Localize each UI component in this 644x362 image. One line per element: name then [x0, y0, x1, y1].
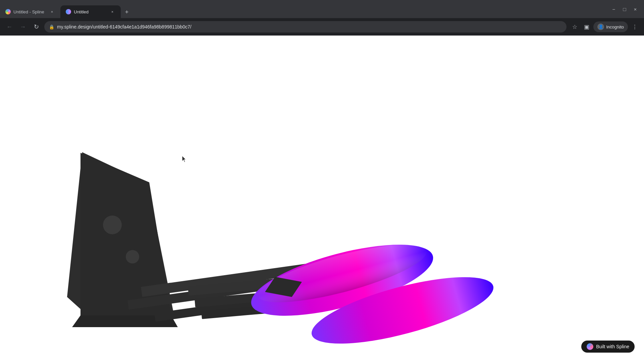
tab-2-title: Untitled — [74, 9, 107, 14]
window-controls: − □ × — [609, 0, 644, 18]
tab-2-close[interactable]: × — [109, 9, 115, 15]
spline-badge-icon — [587, 343, 593, 350]
scene-container — [0, 36, 644, 362]
tab-1-favicon — [5, 9, 11, 14]
tab-2-favicon — [66, 9, 71, 14]
back-button[interactable]: ← — [4, 21, 15, 32]
sidebar-button[interactable]: ▣ — [581, 21, 592, 32]
address-bar[interactable]: 🔒 my.spline.design/untitled-6149cfa4e1a1… — [44, 21, 567, 33]
spline-badge-label: Built with Spline — [596, 344, 629, 349]
toolbar-right: ☆ ▣ 👤 Incognito ⋮ — [569, 21, 640, 32]
maximize-button[interactable]: □ — [620, 4, 629, 14]
svg-point-4 — [103, 216, 122, 234]
tab-bar: Untitled - Spline × Untitled × + − □ × — [0, 0, 644, 18]
lock-icon: 🔒 — [49, 24, 54, 29]
tab-1-close[interactable]: × — [49, 9, 55, 15]
address-text: my.spline.design/untitled-6149cfa4e1a1d9… — [57, 24, 562, 29]
toolbar: ← → ↻ 🔒 my.spline.design/untitled-6149cf… — [0, 18, 644, 36]
refresh-button[interactable]: ↻ — [31, 21, 42, 32]
spline-badge[interactable]: Built with Spline — [581, 341, 635, 353]
incognito-label: Incognito — [606, 24, 624, 29]
incognito-icon: 👤 — [597, 23, 604, 30]
browser-frame: Untitled - Spline × Untitled × + − □ × ←… — [0, 0, 644, 362]
page-content: Built with Spline — [0, 36, 644, 362]
forward-button[interactable]: → — [17, 21, 28, 32]
add-tab-button[interactable]: + — [122, 7, 131, 17]
svg-point-5 — [126, 250, 139, 263]
tab-2[interactable]: Untitled × — [60, 5, 121, 18]
tab-1[interactable]: Untitled - Spline × — [0, 5, 60, 18]
more-button[interactable]: ⋮ — [629, 21, 640, 32]
incognito-button[interactable]: 👤 Incognito — [593, 21, 628, 32]
bookmark-button[interactable]: ☆ — [569, 21, 580, 32]
minimize-button[interactable]: − — [609, 4, 619, 14]
tab-1-title: Untitled - Spline — [13, 9, 46, 14]
close-button[interactable]: × — [631, 4, 640, 14]
